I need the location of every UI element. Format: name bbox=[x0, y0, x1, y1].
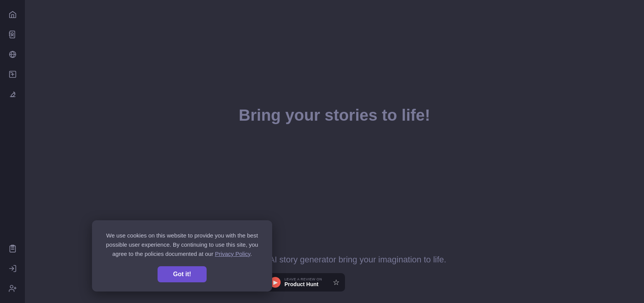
svg-point-15 bbox=[10, 285, 13, 288]
svg-rect-0 bbox=[10, 31, 15, 38]
privacy-policy-link[interactable]: Privacy Policy bbox=[215, 251, 250, 257]
cookie-banner: We use cookies on this website to provid… bbox=[92, 220, 272, 292]
sidebar bbox=[0, 0, 25, 303]
product-hunt-label: LEAVE A REVIEW ON bbox=[284, 277, 322, 281]
star-icon: ☆ bbox=[333, 278, 340, 287]
sidebar-item-globe[interactable] bbox=[4, 46, 21, 63]
got-it-button[interactable]: Got it! bbox=[158, 266, 206, 282]
product-hunt-text: LEAVE A REVIEW ON Product Hunt bbox=[284, 277, 322, 287]
sidebar-item-notebook[interactable] bbox=[4, 26, 21, 43]
sidebar-item-add-content[interactable] bbox=[4, 66, 21, 83]
sidebar-item-login[interactable] bbox=[4, 260, 21, 277]
cookie-text: We use cookies on this website to provid… bbox=[104, 231, 261, 259]
sidebar-item-home[interactable] bbox=[4, 6, 21, 23]
product-hunt-badge[interactable]: ▶ LEAVE A REVIEW ON Product Hunt ☆ bbox=[264, 273, 345, 292]
hero-title: Bring your stories to life! bbox=[239, 106, 430, 124]
sidebar-item-clipboard[interactable] bbox=[4, 240, 21, 257]
sidebar-item-write[interactable] bbox=[4, 86, 21, 103]
product-hunt-name: Product Hunt bbox=[284, 281, 322, 287]
svg-point-1 bbox=[11, 33, 13, 35]
sidebar-item-add-user[interactable] bbox=[4, 280, 21, 297]
